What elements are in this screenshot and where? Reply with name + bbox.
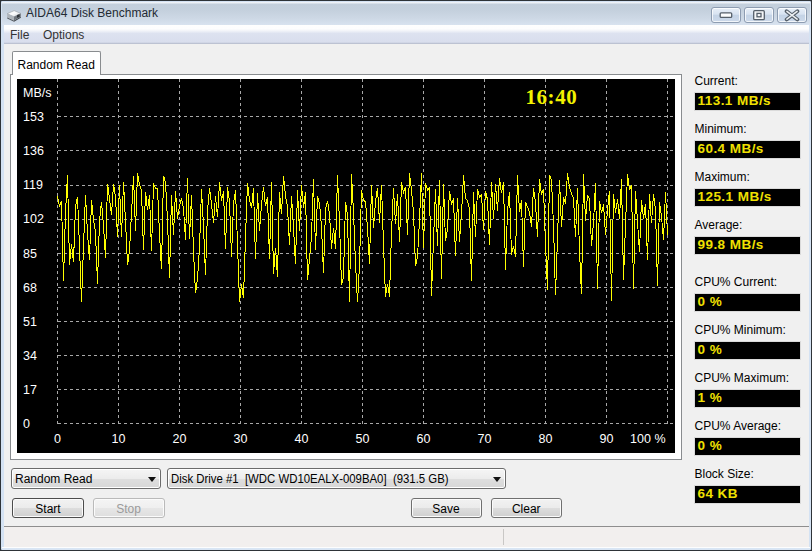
svg-text:119: 119 [23, 178, 43, 192]
svg-text:17: 17 [23, 382, 37, 396]
svg-text:102: 102 [23, 212, 44, 226]
svg-text:40: 40 [295, 431, 309, 445]
svg-text:153: 153 [23, 110, 44, 124]
svg-text:MB/s: MB/s [23, 86, 51, 100]
svg-text:80: 80 [539, 431, 553, 445]
svg-text:136: 136 [23, 144, 44, 158]
svg-text:51: 51 [23, 314, 37, 328]
svg-text:70: 70 [478, 431, 492, 445]
svg-text:50: 50 [356, 431, 370, 445]
svg-text:85: 85 [23, 246, 37, 260]
svg-text:68: 68 [23, 280, 37, 294]
svg-text:16:40: 16:40 [526, 84, 578, 108]
svg-text:100 %: 100 % [630, 431, 665, 445]
svg-text:20: 20 [173, 431, 187, 445]
svg-text:0: 0 [23, 417, 30, 431]
svg-text:30: 30 [234, 431, 248, 445]
svg-text:34: 34 [23, 348, 37, 362]
svg-text:60: 60 [417, 431, 431, 445]
svg-text:0: 0 [54, 431, 61, 445]
svg-text:90: 90 [600, 431, 614, 445]
svg-text:10: 10 [112, 431, 126, 445]
